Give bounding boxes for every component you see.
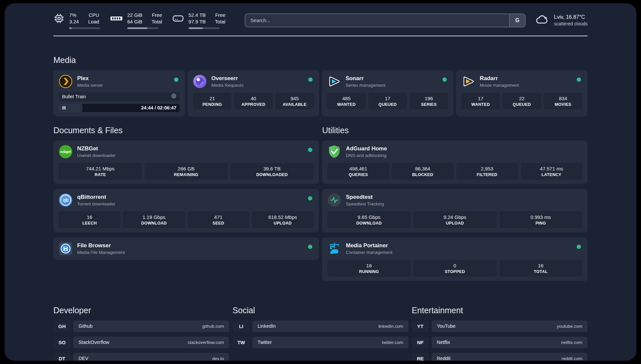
developer-column: Developer GH Github github.com SO StackO… bbox=[53, 306, 229, 361]
bookmark-link-reddit[interactable]: Reddit reddit.com bbox=[432, 353, 588, 361]
memory-free-label: Free bbox=[152, 12, 162, 18]
app-card-filebrowser[interactable]: File Browser Media File Management bbox=[53, 237, 319, 260]
cpu-usage-value: 7% bbox=[69, 12, 79, 18]
stat-box: 9.24 Gbps UPLOAD bbox=[413, 211, 496, 228]
stat-box: 471 SEED bbox=[188, 211, 249, 228]
search-bar: G bbox=[245, 14, 526, 27]
app-subtitle: Media File Management bbox=[77, 250, 125, 255]
now-playing-title: Bullet Train bbox=[62, 94, 86, 99]
app-subtitle: DNS and adblocking bbox=[346, 153, 387, 158]
app-card-overseerr[interactable]: Overseerr Media Requests 21 PENDING 40 A… bbox=[188, 70, 319, 116]
app-card-nzbget[interactable]: nzbget NZBGet Usenet downloader 744.21 M… bbox=[53, 140, 319, 184]
stats-row: 17 WANTED 22 QUEUED 834 MOVIES bbox=[461, 93, 582, 109]
svg-text:nzbget: nzbget bbox=[60, 150, 71, 154]
entertainment-column: Entertainment YT YouTube youtube.com NF … bbox=[412, 306, 588, 361]
bookmark-tag: DT bbox=[53, 353, 71, 361]
stat-box: 21 PENDING bbox=[193, 93, 231, 109]
app-subtitle: Series management bbox=[346, 83, 385, 88]
section-title-social: Social bbox=[232, 306, 408, 315]
stat-box: 40 APPROVED bbox=[234, 93, 273, 109]
status-online-dot bbox=[308, 148, 312, 152]
app-card-adguard[interactable]: AdGuard Home DNS and adblocking 498,461 … bbox=[322, 140, 588, 184]
disk-progress-bar bbox=[189, 27, 220, 29]
stats-row: 16 RUNNING 0 STOPPED 16 TOTAL bbox=[327, 260, 582, 277]
bookmark-link-linkedin[interactable]: LinkedIn linkedin.com bbox=[252, 320, 408, 332]
playback-time: 24:44 / 02:06:47 bbox=[141, 105, 180, 110]
media-card-grid: Plex Media server Bullet Train bbox=[53, 70, 588, 116]
filebrowser-icon bbox=[59, 242, 73, 256]
documents-column: Documents & Files nzbget NZBGet Usenet d… bbox=[53, 126, 319, 286]
bookmark-tag: RE bbox=[412, 353, 429, 361]
stat-box: 744.21 Mbps RATE bbox=[59, 163, 142, 180]
adguard-icon bbox=[327, 145, 341, 159]
weather-condition: scattered clouds bbox=[554, 21, 588, 26]
weather-widget: Lviv, 16.87°C scattered clouds bbox=[535, 14, 588, 27]
ram-icon bbox=[110, 13, 123, 24]
cpu-widget: 7% 3.24 CPU Load bbox=[53, 12, 100, 29]
middle-columns: Documents & Files nzbget NZBGet Usenet d… bbox=[53, 126, 588, 286]
playback-progress-bar[interactable]: 24:44 / 02:06:47 bbox=[59, 104, 180, 112]
now-playing-bar: Bullet Train bbox=[59, 92, 180, 101]
app-card-sonarr[interactable]: Sonarr Series management 485 WANTED 17 Q… bbox=[322, 70, 453, 116]
utilities-column: Utilities bbox=[322, 126, 588, 286]
stat-box: 1.19 Gbps DOWNLOAD bbox=[123, 211, 185, 228]
app-subtitle: Media Requests bbox=[211, 83, 244, 88]
disk-widget: 52.4 TB 97.9 TB Free Total bbox=[172, 12, 226, 29]
bookmark-row-stackoverflow: SO StackOverflow stackoverflow.com bbox=[53, 337, 229, 348]
bookmark-link-dev[interactable]: DEV dev.to bbox=[73, 353, 229, 361]
memory-progress-fill bbox=[127, 27, 147, 29]
stat-box: 86,384 BLOCKED bbox=[392, 163, 453, 180]
cpu-chip-icon bbox=[53, 13, 65, 24]
stat-box: 945 AVAILABLE bbox=[275, 93, 314, 109]
app-card-speedtest[interactable]: Speedtest Speedtest Tracking 9.65 Gbps D… bbox=[322, 189, 588, 232]
app-subtitle: Container management bbox=[346, 250, 392, 255]
pause-icon bbox=[62, 106, 66, 110]
svg-text:qb: qb bbox=[63, 197, 68, 203]
stats-row: 16 LEECH 1.19 Gbps DOWNLOAD 471 SEED 618… bbox=[59, 211, 314, 228]
search-engine-button[interactable]: G bbox=[509, 14, 525, 27]
status-online-dot bbox=[174, 77, 178, 82]
app-title: NZBGet bbox=[77, 145, 115, 152]
memory-total-label: Total bbox=[152, 18, 162, 25]
app-card-qbittorrent[interactable]: qb qBittorrent Torrent downloader 16 LEE… bbox=[53, 189, 319, 232]
weather-location-temp: Lviv, 16.87°C bbox=[554, 14, 588, 20]
app-card-portainer[interactable]: Media Portainer Container management 16 … bbox=[322, 237, 588, 281]
stat-box: 47.571 ms LATENCY bbox=[521, 163, 582, 180]
bookmark-link-youtube[interactable]: YouTube youtube.com bbox=[432, 320, 588, 332]
status-online-dot bbox=[308, 245, 312, 249]
section-title-entertainment: Entertainment bbox=[412, 306, 588, 315]
bookmark-row-dev: DT DEV dev.to bbox=[53, 353, 229, 361]
search-input[interactable] bbox=[245, 14, 509, 27]
bookmark-row-twitter: TW Twitter twitter.com bbox=[232, 337, 408, 348]
plex-icon bbox=[59, 75, 73, 88]
app-card-plex[interactable]: Plex Media server Bullet Train bbox=[53, 70, 185, 116]
app-title: Speedtest bbox=[346, 194, 384, 200]
bookmark-link-github[interactable]: Github github.com bbox=[73, 320, 229, 332]
bookmark-link-netflix[interactable]: Netflix netflix.com bbox=[432, 337, 588, 348]
app-title: Plex bbox=[77, 75, 103, 82]
dashboard-panel: 7% 3.24 CPU Load bbox=[5, 3, 636, 361]
memory-free-value: 22 GiB bbox=[127, 12, 142, 18]
bookmark-tag: LI bbox=[232, 320, 250, 332]
cpu-load-label: Load bbox=[88, 18, 99, 25]
app-subtitle: Movie management bbox=[480, 83, 519, 88]
memory-widget: 22 GiB 64 GiB Free Total bbox=[110, 12, 162, 29]
app-title: File Browser bbox=[77, 242, 125, 249]
overseerr-icon bbox=[193, 75, 207, 88]
radarr-icon bbox=[461, 75, 475, 88]
stat-box: 17 WANTED bbox=[461, 93, 500, 109]
bookmark-tag: TW bbox=[232, 337, 250, 348]
status-online-dot bbox=[308, 77, 313, 82]
section-title-media: Media bbox=[53, 55, 588, 65]
bookmark-row-github: GH Github github.com bbox=[53, 320, 229, 332]
stat-box: 618.52 Mbps UPLOAD bbox=[252, 211, 314, 228]
stats-row: 485 WANTED 17 QUEUED 196 SERIES bbox=[327, 93, 448, 109]
bookmark-tag: NF bbox=[412, 337, 429, 348]
app-card-radarr[interactable]: Radarr Movie management 17 WANTED 22 QUE… bbox=[456, 70, 588, 116]
bookmark-link-twitter[interactable]: Twitter twitter.com bbox=[252, 337, 408, 348]
stats-row: 21 PENDING 40 APPROVED 945 AVAILABLE bbox=[193, 93, 314, 109]
bookmark-link-stackoverflow[interactable]: StackOverflow stackoverflow.com bbox=[73, 337, 229, 348]
disk-total-value: 97.9 TB bbox=[189, 18, 206, 25]
stat-box: 16 RUNNING bbox=[327, 260, 411, 277]
bookmark-row-reddit: RE Reddit reddit.com bbox=[412, 353, 588, 361]
